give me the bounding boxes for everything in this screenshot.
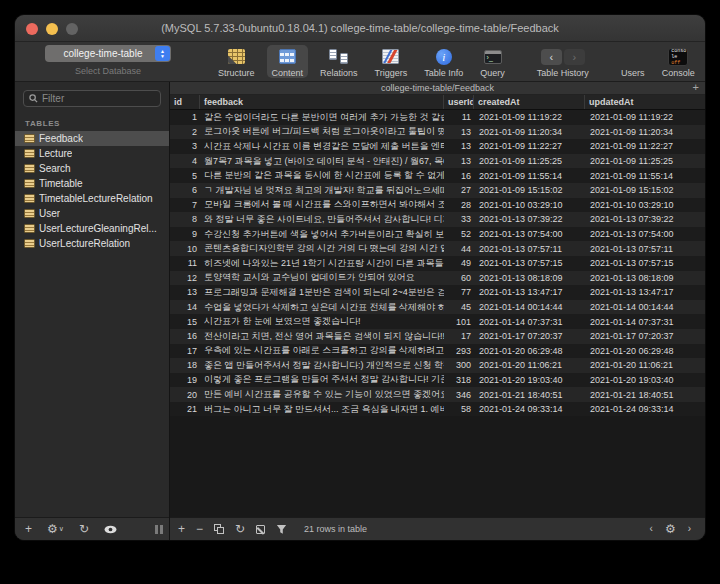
sidebar-item-userlecturerelation[interactable]: UserLectureRelation bbox=[15, 236, 169, 251]
cell-feedback: 토양역학 교시와 교수님이 업데이트가 안되어 있어요 bbox=[200, 271, 444, 284]
popup-editor-icon[interactable] bbox=[256, 525, 265, 534]
column-header-feedback[interactable]: feedback bbox=[200, 95, 444, 109]
table-row[interactable]: 5다른 분반의 같은 과목을 동시에 한 시간표에 등록 할 수 없게 하면..… bbox=[170, 168, 705, 183]
cell-feedback: ㄱ 개발자님 넘 멋져요 최고의 개발자! 학교를 뒤집어노으세따 bbox=[200, 184, 444, 197]
table-row[interactable]: 3시간표 삭제나 시간표 이름 변경같은 모달에 제출 버튼을 엔터키로…132… bbox=[170, 139, 705, 154]
cell-userId: 17 bbox=[444, 331, 474, 341]
filter-placeholder: Filter bbox=[42, 93, 64, 104]
tables-list: FeedbackLectureSearchTimetableTimetableL… bbox=[15, 131, 169, 251]
table-row[interactable]: 11히즈넷에 나와있는 21년 1학기 시간표랑 시간이 다른 과목들이 몇…4… bbox=[170, 256, 705, 271]
table-row[interactable]: 21버그는 아니고 너무 잘 만드셔서... 조금 욕심을 내자면 1. 예비시… bbox=[170, 402, 705, 417]
table-row[interactable]: 7모바일 크롬에서 볼 때 시간표를 스와이프하면서 봐야해서 조금 불…282… bbox=[170, 198, 705, 213]
cell-userId: 11 bbox=[444, 112, 474, 122]
cell-updatedAt: 2021-01-20 19:03:40 bbox=[585, 375, 705, 385]
cell-id: 13 bbox=[170, 287, 200, 297]
toolbar-triggers-button[interactable]: Triggers bbox=[370, 45, 413, 78]
table-row[interactable]: 17우측에 있는 시간표를 아래로 스크롤하고 강의를 삭제하려고 하면...2… bbox=[170, 344, 705, 359]
add-row-button[interactable]: + bbox=[178, 523, 185, 535]
zoom-window-button[interactable] bbox=[66, 23, 78, 35]
database-select[interactable]: college-time-table ▲▼ bbox=[45, 45, 171, 62]
sidebar-bottom-bar: + ⚙ ∨ ↻ bbox=[15, 517, 169, 540]
pagination-gear-icon[interactable]: ⚙ bbox=[665, 523, 676, 535]
table-row[interactable]: 9수강신청 추가버튼에 색을 넣어서 추가버튼이라고 확실히 보이도록52202… bbox=[170, 227, 705, 242]
refresh-tables-button[interactable]: ↻ bbox=[79, 523, 89, 535]
column-header-id[interactable]: id bbox=[170, 95, 200, 109]
add-tab-button[interactable]: + bbox=[693, 81, 699, 93]
cell-id: 18 bbox=[170, 360, 200, 370]
cell-createdAt: 2021-01-13 08:18:09 bbox=[474, 273, 585, 283]
remove-row-button[interactable]: − bbox=[196, 523, 203, 535]
title-bar: (MySQL 5.7.33-0ubuntu0.18.04.1) college-… bbox=[15, 15, 705, 42]
table-row[interactable]: 15시간표가 한 눈에 보였으면 좋겠습니다!1012021-01-14 07:… bbox=[170, 314, 705, 329]
close-window-button[interactable] bbox=[26, 23, 38, 35]
minimize-window-button[interactable] bbox=[46, 23, 58, 35]
cell-updatedAt: 2021-01-09 11:22:27 bbox=[585, 141, 705, 151]
reload-table-button[interactable]: ↻ bbox=[235, 523, 245, 535]
table-info-icon: i bbox=[436, 49, 452, 65]
cell-updatedAt: 2021-01-13 13:47:17 bbox=[585, 287, 705, 297]
table-row[interactable]: 13프로그래밍과 문제해결 1분반은 검색이 되는데 2~4분반은 검색이...… bbox=[170, 285, 705, 300]
cell-updatedAt: 2021-01-14 07:37:31 bbox=[585, 317, 705, 327]
cell-feedback: 프로그래밍과 문제해결 1분반은 검색이 되는데 2~4분반은 검색이... bbox=[200, 286, 444, 299]
table-row[interactable]: 8와 정말 너무 좋은 사이트네요, 만들어주셔서 감사합니다! 디자인…332… bbox=[170, 212, 705, 227]
toolbar-content-button[interactable]: Content bbox=[267, 45, 309, 78]
sidebar-item-lecture[interactable]: Lecture bbox=[15, 146, 169, 161]
cell-createdAt: 2021-01-13 07:57:15 bbox=[474, 258, 585, 268]
previous-page-button[interactable]: ‹ bbox=[650, 523, 653, 535]
column-header-updatedat[interactable]: updatedAt bbox=[585, 95, 705, 109]
toolbar-table-info-button[interactable]: i Table Info bbox=[419, 45, 468, 78]
sidebar-item-search[interactable]: Search bbox=[15, 161, 169, 176]
toolbar-relations-button[interactable]: Relations bbox=[315, 45, 363, 78]
cell-feedback: 이렇게 좋은 프로그램을 만들어 주셔서 정말 감사합니다! 기존에... bbox=[200, 373, 444, 386]
table-row[interactable]: 16전산이라고 치면, 전산 영어 과목들은 검색이 되지 않습니다!!1720… bbox=[170, 329, 705, 344]
sidebar-item-label: User bbox=[39, 208, 60, 219]
eye-icon[interactable] bbox=[104, 525, 117, 534]
table-row[interactable]: 20만든 예비 시간표를 공유할 수 있는 기능이 있었으면 좋겠어요!ㅎㅎ34… bbox=[170, 387, 705, 402]
filter-funnel-icon[interactable] bbox=[276, 524, 287, 535]
table-row[interactable]: 18좋은 앱 만들어주셔서 정말 감사합니다:) 개인적으로 신청 학점이...… bbox=[170, 358, 705, 373]
cell-feedback: 콘텐츠융합디자인학부 강의 시간 거의 다 떴는데 강의 시간 업데이… bbox=[200, 242, 444, 255]
cell-id: 5 bbox=[170, 171, 200, 181]
add-table-button[interactable]: + bbox=[25, 523, 32, 535]
table-filter-input[interactable]: Filter bbox=[23, 90, 161, 107]
cell-updatedAt: 2021-01-14 00:14:44 bbox=[585, 302, 705, 312]
pause-icon[interactable] bbox=[155, 525, 163, 534]
table-row[interactable]: 4월7목7 과목을 넣고 (바이오 데이터 분석 - 안태진) / 월67, 목… bbox=[170, 154, 705, 169]
screen: (MySQL 5.7.33-0ubuntu0.18.04.1) college-… bbox=[0, 0, 720, 584]
column-header-userid[interactable]: userId bbox=[444, 95, 474, 109]
next-page-button[interactable]: › bbox=[688, 523, 691, 535]
sidebar-item-user[interactable]: User bbox=[15, 206, 169, 221]
table-row[interactable]: 10콘텐츠융합디자인학부 강의 시간 거의 다 떴는데 강의 시간 업데이…44… bbox=[170, 241, 705, 256]
table-row[interactable]: 1같은 수업이더라도 다른 분반이면 여러게 추가 가능한 것 같습니다...1… bbox=[170, 110, 705, 125]
sequel-pro-window: (MySQL 5.7.33-0ubuntu0.18.04.1) college-… bbox=[14, 14, 706, 541]
table-row[interactable]: 6ㄱ 개발자님 넘 멋져요 최고의 개발자! 학교를 뒤집어노으세따272021… bbox=[170, 183, 705, 198]
cell-id: 12 bbox=[170, 273, 200, 283]
table-row[interactable]: 14수업을 넣었다가 삭제하고 싶은데 시간표 전체를 삭제해야 하는 불…45… bbox=[170, 300, 705, 315]
toolbar-query-button[interactable]: Query bbox=[475, 45, 510, 78]
tab-title[interactable]: college-time-table/Feedback bbox=[381, 83, 494, 93]
cell-userId: 16 bbox=[444, 171, 474, 181]
duplicate-row-icon[interactable] bbox=[214, 524, 224, 534]
sidebar-item-timetablelecturerelation[interactable]: TimetableLectureRelation bbox=[15, 191, 169, 206]
cell-createdAt: 2021-01-20 19:03:40 bbox=[474, 375, 585, 385]
main-toolbar: college-time-table ▲▼ Select Database St… bbox=[15, 42, 705, 82]
table-row[interactable]: 19이렇게 좋은 프로그램을 만들어 주셔서 정말 감사합니다! 기존에...3… bbox=[170, 373, 705, 388]
table-row[interactable]: 12토양역학 교시와 교수님이 업데이트가 안되어 있어요602021-01-1… bbox=[170, 271, 705, 286]
cell-createdAt: 2021-01-10 03:29:10 bbox=[474, 200, 585, 210]
column-header-createdat[interactable]: createdAt bbox=[474, 95, 585, 109]
history-forward-button[interactable]: › bbox=[564, 49, 585, 65]
sidebar-item-feedback[interactable]: Feedback bbox=[15, 131, 169, 146]
table-icon bbox=[24, 134, 35, 143]
table-row[interactable]: 2로그아웃 버튼에 버그/피드백 처럼 로그아웃이라고 툴팁이 떴으면...13… bbox=[170, 125, 705, 140]
toolbar-users-button[interactable]: Users bbox=[616, 45, 650, 78]
sidebar-item-timetable[interactable]: Timetable bbox=[15, 176, 169, 191]
toolbar-console-button[interactable]: conso le off Console bbox=[657, 45, 700, 78]
tables-section-label: TABLES bbox=[25, 119, 169, 128]
table-actions-button[interactable]: ⚙ ∨ bbox=[47, 523, 64, 535]
cell-feedback: 같은 수업이더라도 다른 분반이면 여러게 추가 가능한 것 같습니다... bbox=[200, 111, 444, 124]
history-back-button[interactable]: ‹ bbox=[541, 49, 562, 65]
toolbar-table-history: ‹ › Table History bbox=[532, 45, 594, 78]
sidebar-item-userlecturegleaningrel-[interactable]: UserLectureGleaningRel... bbox=[15, 221, 169, 236]
row-count-status: 21 rows in table bbox=[304, 524, 367, 534]
toolbar-structure-button[interactable]: Structure bbox=[213, 45, 260, 78]
